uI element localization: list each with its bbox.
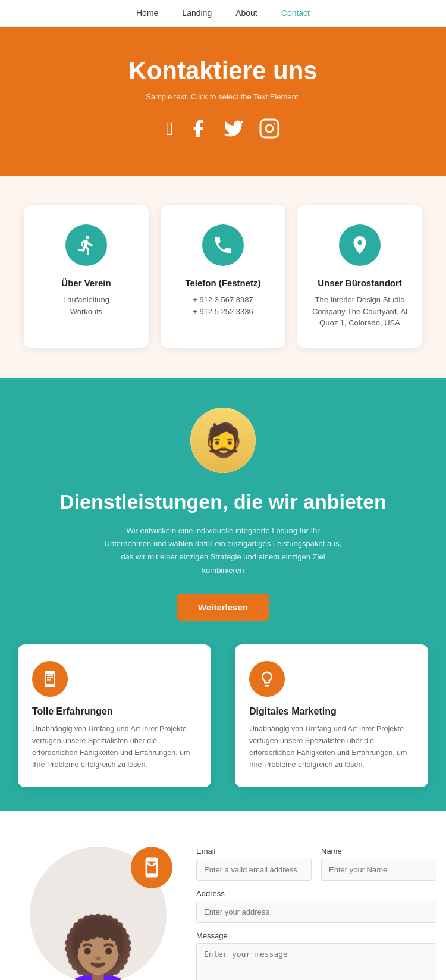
service-card-marketing: Digitales Marketing Unabhängig von Umfan…	[235, 644, 428, 787]
weiterlesen-button[interactable]: Weiterlesen	[177, 594, 269, 621]
navigation: Home Landing About Contact	[0, 0, 446, 27]
service-card-erfahrungen-text: Unabhängig von Umfang und Art Ihrer Proj…	[32, 723, 197, 771]
form-group-email: Email	[196, 847, 312, 881]
card-verein-title: Über Verein	[38, 278, 134, 288]
mobile-icon-circle	[32, 661, 68, 697]
name-input[interactable]	[321, 859, 436, 881]
contact-left: 👩🏽‍🦱	[24, 847, 178, 980]
service-card-erfahrungen-title: Tolle Erfahrungen	[32, 706, 197, 717]
social-icons: 	[24, 118, 422, 140]
svg-point-1	[266, 125, 273, 132]
card-verein-text: LaufanleitungWorkouts	[38, 294, 134, 317]
svg-rect-0	[260, 120, 278, 137]
services-avatar: 🧔	[190, 408, 256, 473]
card-verein: Über Verein LaufanleitungWorkouts	[24, 205, 149, 348]
nav-home[interactable]: Home	[136, 8, 158, 18]
name-label: Name	[321, 847, 436, 856]
message-label: Message	[196, 931, 436, 940]
svg-point-3	[151, 873, 153, 875]
services-description: Wir entwickeln eine individuelle integri…	[104, 524, 342, 577]
nav-about[interactable]: About	[235, 8, 257, 18]
svg-point-2	[274, 123, 275, 124]
info-cards-section: Über Verein LaufanleitungWorkouts Telefo…	[0, 176, 446, 378]
nav-contact[interactable]: Contact	[281, 8, 310, 18]
email-input[interactable]	[196, 859, 312, 881]
service-cards-outer: Tolle Erfahrungen Unabhängig von Umfang …	[0, 644, 446, 811]
form-group-address: Address	[196, 889, 436, 923]
form-group-message: Message	[196, 931, 436, 980]
form-row-email-name: Email Name	[196, 847, 436, 881]
nav-landing[interactable]: Landing	[182, 8, 212, 18]
hero-subtitle[interactable]: Sample text. Click to select the Text El…	[24, 92, 422, 101]
service-card-marketing-text: Unabhängig von Umfang und Art Ihrer Proj…	[249, 723, 414, 771]
phone-icon	[202, 224, 244, 266]
lightbulb-icon-circle	[249, 661, 285, 697]
service-card-marketing-title: Digitales Marketing	[249, 706, 414, 717]
contact-phone-icon-circle	[131, 847, 172, 888]
hero-title: Kontaktiere uns	[24, 57, 422, 85]
card-telefon: Telefon (Festnetz) + 912 3 567 8987+ 912…	[161, 205, 285, 348]
card-buero: Unser Bürostandort The Interior Design S…	[297, 205, 422, 348]
email-label: Email	[196, 847, 312, 856]
address-input[interactable]	[196, 901, 436, 923]
facebook-icon[interactable]	[187, 118, 209, 139]
form-group-name: Name	[321, 847, 436, 881]
instagram-icon[interactable]	[259, 118, 280, 139]
contact-section: 👩🏽‍🦱 Email Name	[0, 811, 446, 980]
twitter-icon[interactable]	[223, 118, 244, 139]
services-section: 🧔 Dienstleistungen, die wir anbieten Wir…	[0, 378, 446, 644]
location-icon	[339, 224, 381, 266]
contact-right: Email Name Address Message EINREICHEN Bi…	[196, 847, 436, 980]
card-telefon-title: Telefon (Festnetz)	[175, 278, 271, 288]
card-telefon-text: + 912 3 567 8987+ 912 5 252 3336	[175, 294, 271, 317]
service-cards-wrap: Tolle Erfahrungen Unabhängig von Umfang …	[0, 644, 446, 787]
card-buero-title: Unser Bürostandort	[312, 278, 408, 288]
facebook-icon[interactable]: 	[166, 118, 173, 140]
service-card-erfahrungen: Tolle Erfahrungen Unabhängig von Umfang …	[18, 644, 211, 787]
services-heading: Dienstleistungen, die wir anbieten	[36, 490, 410, 514]
hero-section: Kontaktiere uns Sample text. Click to se…	[0, 27, 446, 176]
running-icon	[65, 224, 107, 266]
card-buero-text: The Interior Design Studio Company The C…	[312, 294, 408, 329]
message-textarea[interactable]	[196, 943, 436, 980]
address-label: Address	[196, 889, 436, 898]
